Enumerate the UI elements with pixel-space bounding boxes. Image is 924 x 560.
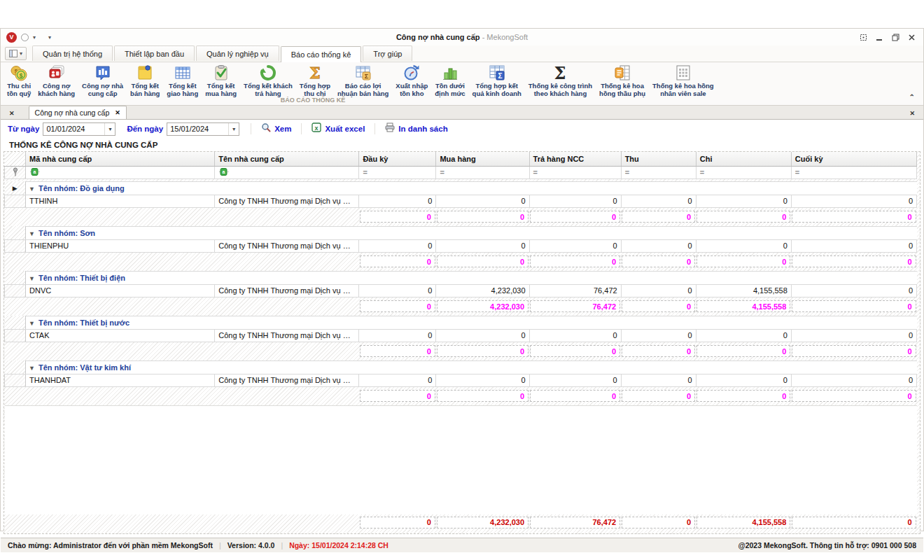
to-date-combo[interactable]: 15/01/2024 ▼: [167, 122, 239, 136]
column-header[interactable]: Đầu kỳ: [359, 152, 436, 166]
column-header[interactable]: Thu: [621, 152, 696, 166]
collapse-group-icon[interactable]: ▼: [29, 275, 35, 282]
cell-supplier-name[interactable]: Công ty TNHH Thương mại Dịch vụ Điện nướ…: [215, 195, 359, 207]
collapse-group-icon[interactable]: ▼: [29, 230, 35, 237]
close-icon[interactable]: [907, 33, 916, 42]
cell-amount[interactable]: 0: [791, 195, 916, 207]
collapse-group-icon[interactable]: ▼: [29, 320, 35, 327]
cell-amount[interactable]: 0: [529, 239, 621, 252]
table-row[interactable]: THANHDATCông ty TNHH Thương mại Dịch vụ …: [5, 374, 917, 386]
cell-supplier-code[interactable]: CTAK: [26, 329, 215, 342]
column-header[interactable]: Tên nhà cung cấp: [215, 152, 359, 166]
cell-amount[interactable]: 0: [621, 374, 696, 386]
filter-cell[interactable]: =: [436, 166, 529, 178]
close-tab-icon[interactable]: ✕: [115, 109, 120, 116]
quick-access-menu-caret-icon[interactable]: ▾: [48, 34, 51, 41]
cell-amount[interactable]: 0: [696, 329, 791, 342]
ribbon-item[interactable]: ΣTổng hợpthu chi: [296, 62, 334, 96]
chevron-down-icon[interactable]: ▼: [104, 123, 115, 135]
table-row[interactable]: TTHINHCông ty TNHH Thương mại Dịch vụ Đi…: [5, 195, 917, 207]
cell-amount[interactable]: 0: [791, 284, 916, 297]
cell-supplier-code[interactable]: TTHINH: [26, 195, 215, 207]
group-row[interactable]: ▶▼Tên nhóm: Đồ gia dụng: [5, 181, 917, 195]
column-header[interactable]: Chi: [696, 152, 791, 166]
cell-amount[interactable]: 0: [436, 195, 529, 207]
cell-amount[interactable]: 0: [621, 329, 696, 342]
collapse-ribbon-icon[interactable]: ⌃: [909, 93, 915, 101]
ribbon-item[interactable]: Công nợkhách hàng: [34, 62, 78, 96]
group-row[interactable]: ▼Tên nhóm: Thiết bị nước: [5, 316, 917, 329]
cell-amount[interactable]: 0: [529, 329, 621, 342]
cell-amount[interactable]: 4,155,558: [696, 284, 791, 297]
to-date-value[interactable]: 15/01/2024: [167, 125, 228, 133]
column-header[interactable]: Mua hàng: [436, 152, 529, 166]
chevron-down-icon[interactable]: ▾: [33, 34, 36, 41]
cell-amount[interactable]: 0: [359, 239, 436, 252]
ribbon-item[interactable]: Thống kê hoa hồngnhân viên sale: [649, 62, 718, 96]
cell-amount[interactable]: 76,472: [529, 284, 621, 297]
filter-cell[interactable]: =: [696, 166, 791, 178]
view-button[interactable]: Xem: [261, 122, 291, 135]
column-header[interactable]: Trả hàng NCC: [529, 152, 621, 166]
table-row[interactable]: CTAKCông ty TNHH Thương mại Dịch vụ Điện…: [5, 329, 917, 342]
cell-amount[interactable]: 0: [791, 374, 916, 386]
cell-supplier-name[interactable]: Công ty TNHH Thương mại Dịch vụ Điện nướ…: [215, 374, 359, 386]
cell-amount[interactable]: 0: [359, 284, 436, 297]
filter-cell[interactable]: =: [791, 166, 916, 178]
group-row[interactable]: ▼Tên nhóm: Thiết bị điện: [5, 271, 917, 284]
cell-amount[interactable]: 0: [791, 329, 916, 342]
table-row[interactable]: THIENPHUCông ty TNHH Thương mại Dịch vụ …: [5, 239, 917, 252]
cell-supplier-name[interactable]: Công ty TNHH Thương mại Dịch vụ Điện nướ…: [215, 284, 359, 297]
filter-cell[interactable]: a: [215, 166, 359, 178]
cell-amount[interactable]: 0: [436, 239, 529, 252]
from-date-combo[interactable]: 01/01/2024 ▼: [43, 122, 115, 136]
from-date-value[interactable]: 01/01/2024: [43, 125, 104, 133]
cell-amount[interactable]: 0: [696, 239, 791, 252]
ribbon-item[interactable]: Tổng kếtgiao hàng: [163, 62, 202, 96]
filter-cell[interactable]: =: [359, 166, 436, 178]
ribbon-tab[interactable]: Quản trị hệ thống: [32, 46, 113, 61]
cell-amount[interactable]: 0: [436, 329, 529, 342]
cell-supplier-code[interactable]: DNVC: [26, 284, 215, 297]
cell-amount[interactable]: 0: [696, 195, 791, 207]
cell-amount[interactable]: 0: [529, 195, 621, 207]
ribbon-item[interactable]: Tổng kết kháchtrả hàng: [240, 62, 296, 96]
ribbon-item[interactable]: ΣBáo cáo lợinhuận bán hàng: [334, 62, 392, 96]
cell-amount[interactable]: 0: [359, 329, 436, 342]
ribbon-item[interactable]: Thống kê hoahồng thầu phụ: [596, 62, 649, 96]
cell-amount[interactable]: 0: [359, 374, 436, 386]
ribbon-item[interactable]: Công nợ nhàcung cấp: [78, 62, 127, 96]
ribbon-tab[interactable]: Trợ giúp: [363, 46, 412, 61]
cell-supplier-name[interactable]: Công ty TNHH Thương mại Dịch vụ Điện nướ…: [215, 239, 359, 252]
close-all-tabs-icon[interactable]: ✕: [5, 110, 19, 119]
cell-amount[interactable]: 0: [621, 239, 696, 252]
cell-amount[interactable]: 0: [436, 374, 529, 386]
quick-access-circle-icon[interactable]: [21, 34, 29, 41]
cell-supplier-code[interactable]: THANHDAT: [26, 374, 215, 386]
group-row[interactable]: ▼Tên nhóm: Vật tư kim khí: [5, 360, 917, 374]
collapse-group-icon[interactable]: ▼: [29, 365, 35, 372]
cell-supplier-name[interactable]: Công ty TNHH Thương mại Dịch vụ Điện nướ…: [215, 329, 359, 342]
cell-supplier-code[interactable]: THIENPHU: [26, 239, 215, 252]
cell-amount[interactable]: 0: [621, 284, 696, 297]
table-row[interactable]: DNVCCông ty TNHH Thương mại Dịch vụ Điện…: [5, 284, 917, 297]
ribbon-item[interactable]: Xuất nhậptồn kho: [392, 62, 431, 96]
app-menu-button[interactable]: ▾: [5, 47, 27, 60]
fit-window-icon[interactable]: [859, 33, 868, 42]
ribbon-item[interactable]: Tổng kếtmua hàng: [202, 62, 240, 96]
column-header[interactable]: Cuối kỳ: [791, 152, 916, 166]
ribbon-item[interactable]: Tổng kếtbán hàng: [127, 62, 163, 96]
filter-cell[interactable]: a: [26, 166, 215, 178]
cell-amount[interactable]: 0: [621, 195, 696, 207]
cell-amount[interactable]: 0: [696, 374, 791, 386]
ribbon-tab[interactable]: Quản lý nghiệp vụ: [196, 46, 279, 61]
print-list-button[interactable]: In danh sách: [385, 122, 447, 135]
cell-amount[interactable]: 4,232,030: [436, 284, 529, 297]
group-row[interactable]: ▼Tên nhóm: Sơn: [5, 226, 917, 239]
ribbon-tab[interactable]: Báo cáo thống kê: [281, 46, 362, 62]
ribbon-item[interactable]: $$Thu chitồn quỹ: [4, 62, 34, 96]
close-tabstrip-icon[interactable]: ✕: [905, 110, 919, 119]
collapse-group-icon[interactable]: ▼: [29, 186, 35, 192]
ribbon-item[interactable]: ΣThống kê công trìnhtheo khách hàng: [525, 62, 596, 96]
restore-icon[interactable]: [891, 33, 900, 42]
